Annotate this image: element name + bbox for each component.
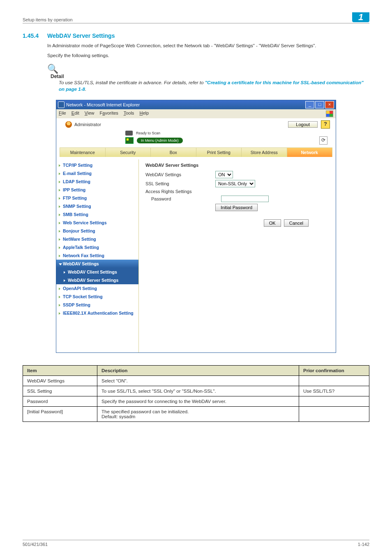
cell-item: SSL Setting: [23, 386, 97, 396]
cell-prior: [299, 396, 369, 407]
tab-print-setting[interactable]: Print Setting: [196, 147, 242, 157]
menu-view[interactable]: View: [85, 111, 95, 115]
sidebar-item-snmp[interactable]: SNMP Setting: [56, 202, 138, 210]
admin-label: Administrator: [74, 122, 101, 127]
close-button[interactable]: ×: [325, 101, 334, 108]
ie-icon: [58, 101, 65, 108]
scanner-icon: [125, 137, 134, 144]
minimize-button[interactable]: _: [305, 101, 314, 108]
breadcrumb: Setup items by operation: [23, 17, 73, 22]
detail-label: Detail: [51, 74, 369, 79]
printer-icon: [125, 131, 133, 136]
ok-button[interactable]: OK: [264, 219, 281, 227]
table-row: WebDAV Settings Select "ON".: [23, 376, 369, 386]
cell-desc: Select "ON".: [97, 376, 299, 386]
menu-bar: File Edit View Favorites Tools Help: [56, 109, 336, 118]
select-ssl-setting[interactable]: Non-SSL Only: [215, 180, 255, 187]
menu-help[interactable]: Help: [139, 111, 149, 115]
help-button[interactable]: ?: [321, 120, 330, 129]
tab-store-address[interactable]: Store Address: [242, 147, 287, 157]
form-label-access-rights: Access Rights Settings: [145, 189, 215, 194]
pane-title: WebDAV Server Settings: [145, 163, 329, 168]
menu-file[interactable]: File: [59, 111, 66, 115]
initial-password-button[interactable]: Initial Password: [215, 204, 258, 211]
menu-favorites[interactable]: Favorites: [100, 111, 118, 115]
content-pane: WebDAV Server Settings WebDAV Settings O…: [138, 159, 336, 352]
paragraph-2: Specify the following settings.: [47, 52, 369, 59]
maximize-button[interactable]: □: [315, 101, 324, 108]
section-number: 1.45.4: [23, 32, 47, 39]
cell-prior: Use SSL/TLS?: [299, 386, 369, 396]
sidebar-item-networkfax[interactable]: Network Fax Setting: [56, 251, 138, 260]
sidebar-item-ftp[interactable]: FTP Setting: [56, 194, 138, 202]
sidebar-item-ieee8021x[interactable]: IEEE802.1X Authentication Setting: [56, 309, 138, 317]
tab-network[interactable]: Network: [287, 147, 333, 157]
detail-pre: To use SSL/TLS, install the certificate …: [59, 80, 205, 85]
form-label-webdav: WebDAV Settings: [145, 172, 215, 177]
sidebar-item-tcpsocket[interactable]: TCP Socket Setting: [56, 292, 138, 301]
sidebar-sub-webdav-client[interactable]: WebDAV Client Settings: [56, 268, 138, 276]
cell-prior: [299, 376, 369, 386]
sidebar-item-openapi[interactable]: OpenAPI Setting: [56, 284, 138, 292]
refresh-icon[interactable]: ⟳: [319, 136, 327, 145]
browser-screenshot: Network - Microsoft Internet Explorer _ …: [56, 100, 336, 353]
logout-button[interactable]: Logout: [288, 121, 318, 128]
sidebar-item-appletalk[interactable]: AppleTalk Setting: [56, 243, 138, 251]
section-heading: WebDAV Server Settings: [47, 32, 115, 39]
tab-security[interactable]: Security: [106, 147, 151, 157]
sidebar-item-webservice[interactable]: Web Service Settings: [56, 219, 138, 227]
cell-desc: The specified password can be initialize…: [97, 407, 299, 422]
chapter-badge: 1: [352, 12, 369, 22]
footer-left: 501/421/361: [23, 542, 48, 547]
status-mode: In Menu (Admin Mode): [137, 138, 183, 143]
form-label-password: Password: [145, 196, 221, 201]
status-ready: Ready to Scan: [136, 131, 160, 135]
admin-icon: [65, 121, 72, 128]
table-row: [Initial Password] The specified passwor…: [23, 407, 369, 422]
windows-flag-icon: [326, 111, 333, 117]
paragraph-1: In Administrator mode of PageScope Web C…: [47, 42, 369, 49]
sidebar-item-ldap[interactable]: LDAP Setting: [56, 177, 138, 186]
th-item: Item: [23, 366, 97, 376]
cell-item: [Initial Password]: [23, 407, 97, 422]
table-row: SSL Setting To use SSL/TLS, select "SSL …: [23, 386, 369, 396]
input-password[interactable]: [221, 196, 269, 202]
window-title-bar: Network - Microsoft Internet Explorer _ …: [56, 100, 336, 109]
description-table: Item Description Prior confirmation WebD…: [23, 365, 369, 422]
footer-right: 1-142: [358, 542, 369, 547]
sidebar-item-netware[interactable]: NetWare Setting: [56, 235, 138, 243]
sidebar: TCP/IP Setting E-mail Setting LDAP Setti…: [56, 159, 138, 352]
menu-edit[interactable]: Edit: [71, 111, 79, 115]
sidebar-item-bonjour[interactable]: Bonjour Setting: [56, 227, 138, 235]
magnify-icon: 🔍: [47, 64, 58, 74]
th-description: Description: [97, 366, 299, 376]
sidebar-item-smb[interactable]: SMB Setting: [56, 210, 138, 219]
sidebar-item-ipp[interactable]: IPP Setting: [56, 186, 138, 194]
form-label-ssl: SSL Setting: [145, 181, 215, 186]
tab-maintenance[interactable]: Maintenance: [60, 147, 106, 157]
cell-desc: To use SSL/TLS, select "SSL Only" or "SS…: [97, 386, 299, 396]
sidebar-item-tcpip[interactable]: TCP/IP Setting: [56, 161, 138, 169]
window-title: Network - Microsoft Internet Explorer: [66, 102, 140, 107]
cell-item: Password: [23, 396, 97, 407]
table-row: Password Specify the password for connec…: [23, 396, 369, 407]
sidebar-item-ssdp[interactable]: SSDP Setting: [56, 301, 138, 309]
cell-desc: Specify the password for connecting to t…: [97, 396, 299, 407]
th-prior: Prior confirmation: [299, 366, 369, 376]
sidebar-item-email[interactable]: E-mail Setting: [56, 169, 138, 177]
sidebar-sub-webdav-server[interactable]: WebDAV Server Settings: [56, 276, 138, 284]
sidebar-group-webdav[interactable]: WebDAV Settings: [56, 260, 138, 268]
cancel-button[interactable]: Cancel: [284, 219, 309, 227]
menu-tools[interactable]: Tools: [124, 111, 134, 115]
detail-text: To use SSL/TLS, install the certificate …: [59, 79, 369, 92]
cell-item: WebDAV Settings: [23, 376, 97, 386]
select-webdav-settings[interactable]: ON: [215, 171, 233, 178]
detail-post: .: [85, 87, 86, 92]
tab-box[interactable]: Box: [151, 147, 196, 157]
cell-prior: [299, 407, 369, 422]
